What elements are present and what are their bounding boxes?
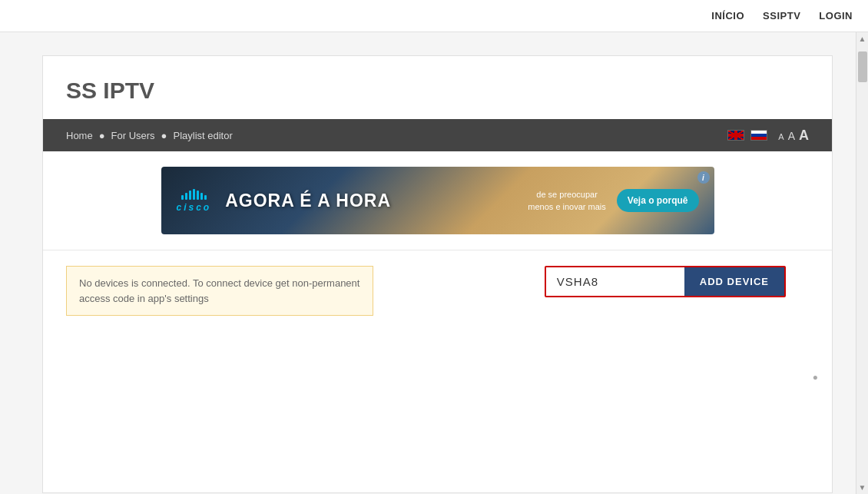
ad-area: cisco AGORA É A HORA de se preocuparmeno…: [43, 151, 832, 250]
breadcrumb-right: A A A: [727, 128, 809, 144]
site-title: SS IPTV: [43, 56, 832, 119]
ad-main-text: AGORA É A HORA: [225, 191, 517, 211]
add-device-button[interactable]: ADD DEVICE: [684, 267, 784, 296]
scrollbar-up-arrow[interactable]: ▲: [859, 32, 866, 45]
cisco-logo-text: cisco: [177, 202, 212, 213]
breadcrumb-left: Home ● For Users ● Playlist editor: [66, 130, 233, 141]
font-size-medium[interactable]: A: [788, 130, 795, 142]
font-size-small[interactable]: A: [778, 132, 784, 141]
ad-sub-text: de se preocuparmenos e inovar mais: [528, 188, 606, 214]
main-content: SS IPTV Home ● For Users ● Playlist edit…: [0, 32, 856, 494]
lower-section: No devices is connected. To connect devi…: [43, 250, 832, 389]
scrollbar-middle: [858, 45, 867, 481]
breadcrumb-dot-1: ●: [99, 130, 105, 141]
font-size-controls: A A A: [778, 128, 809, 144]
ad-banner: cisco AGORA É A HORA de se preocuparmeno…: [161, 167, 714, 234]
content-card: SS IPTV Home ● For Users ● Playlist edit…: [42, 55, 833, 493]
ad-cta-button[interactable]: Veja o porquê: [617, 189, 699, 212]
breadcrumb-home[interactable]: Home: [66, 130, 93, 141]
scrollbar-track: ▲ ▼: [856, 32, 868, 494]
nav-inicio[interactable]: INÍCIO: [711, 10, 744, 22]
breadcrumb-nav: Home ● For Users ● Playlist editor: [43, 119, 832, 151]
nav-login[interactable]: LOGIN: [819, 10, 853, 22]
breadcrumb-for-users[interactable]: For Users: [111, 130, 155, 141]
bottom-indicator: ●: [813, 372, 818, 383]
top-navigation: INÍCIO SSIPTV LOGIN: [0, 0, 868, 32]
flag-ru-icon[interactable]: [750, 130, 767, 141]
info-box: No devices is connected. To connect devi…: [66, 266, 373, 316]
flag-uk-icon[interactable]: [727, 130, 744, 141]
breadcrumb-dot-2: ●: [161, 130, 167, 141]
device-input-row: ADD DEVICE: [545, 266, 786, 297]
ad-banner-inner: cisco AGORA É A HORA de se preocuparmeno…: [161, 188, 714, 214]
nav-ssiptv[interactable]: SSIPTV: [763, 10, 800, 22]
breadcrumb-playlist-editor[interactable]: Playlist editor: [173, 130, 232, 141]
cisco-bars-icon: [181, 189, 207, 200]
font-size-large[interactable]: A: [799, 128, 809, 144]
device-code-input[interactable]: [546, 267, 684, 296]
scrollbar-down-arrow[interactable]: ▼: [859, 481, 866, 494]
page-wrapper: SS IPTV Home ● For Users ● Playlist edit…: [0, 32, 868, 494]
info-message: No devices is connected. To connect devi…: [79, 277, 359, 304]
ad-info-icon: i: [697, 171, 710, 184]
scrollbar-thumb[interactable]: [858, 51, 867, 82]
